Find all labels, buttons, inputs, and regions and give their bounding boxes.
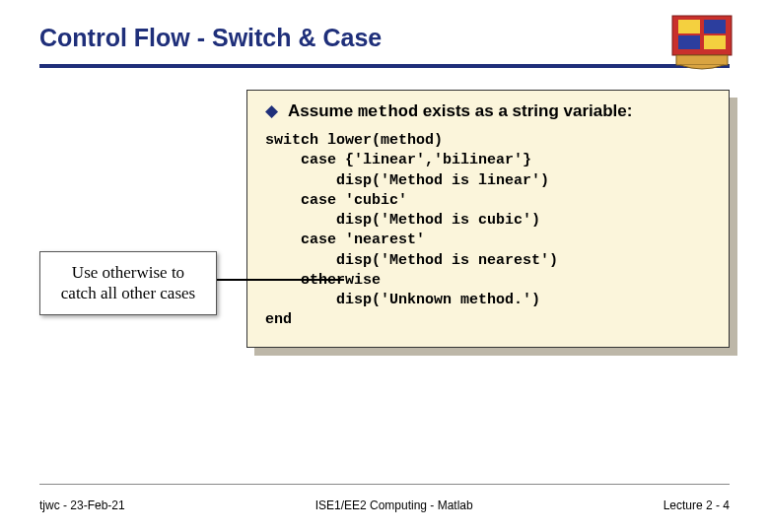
assume-text: Assume method exists as a string variabl… <box>288 101 632 121</box>
svg-rect-4 <box>704 35 726 49</box>
otherwise-callout: Use otherwise to catch all other cases <box>39 251 217 315</box>
footer-rule <box>39 484 730 485</box>
footer: tjwc - 23-Feb-21 ISE1/EE2 Computing - Ma… <box>0 499 769 512</box>
callout-connector <box>216 279 344 281</box>
assume-method: method <box>358 102 418 121</box>
assume-line: ◆ Assume method exists as a string varia… <box>265 100 711 121</box>
svg-rect-2 <box>704 20 726 33</box>
footer-right: Lecture 2 - 4 <box>664 499 730 512</box>
slide-title: Control Flow - Switch & Case <box>39 24 382 52</box>
svg-rect-5 <box>676 55 728 65</box>
code-block: switch lower(method) case {'linear','bil… <box>265 131 711 331</box>
svg-rect-1 <box>678 20 700 33</box>
footer-left: tjwc - 23-Feb-21 <box>39 499 125 512</box>
code-box: ◆ Assume method exists as a string varia… <box>246 90 730 348</box>
crest-logo <box>670 14 734 71</box>
callout-line-2: catch all other cases <box>48 283 208 303</box>
svg-rect-3 <box>678 35 700 49</box>
footer-center: ISE1/EE2 Computing - Matlab <box>315 499 473 512</box>
assume-suffix: exists as a string variable: <box>418 101 632 120</box>
assume-prefix: Assume <box>288 101 358 120</box>
bullet-icon: ◆ <box>265 100 278 121</box>
callout-line-1: Use otherwise to <box>48 262 208 283</box>
